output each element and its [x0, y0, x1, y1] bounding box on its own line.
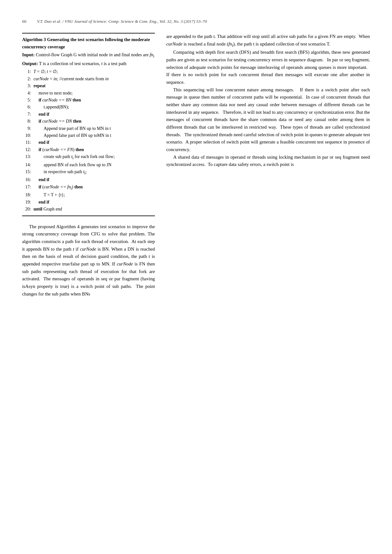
alg-line-10: 10: Append false part of BN up toMN in t: [22, 132, 155, 139]
page-header: 60 V.T. Dao et al. / VNU Journal of Scie…: [22, 19, 370, 24]
alg-line-1: 1: T = ∅; t = ∅;: [22, 68, 155, 75]
alg-line-19: 19: end if: [22, 199, 155, 206]
algorithm-box: Algorithm 3 Generating the test scenario…: [22, 33, 155, 216]
algorithm-input: Input: Control-flow Graph G with initial…: [22, 51, 155, 59]
alg-line-4: 4: move to next node;: [22, 90, 155, 97]
right-column: are appended to the path t. That additio…: [166, 33, 370, 298]
alg-line-13: 13: create sub path ti for each fork out…: [22, 153, 155, 161]
left-column: Algorithm 3 Generating the test scenario…: [22, 33, 155, 298]
left-body-text: The proposed Algorithm 4 generates test …: [22, 223, 155, 298]
alg-line-18: 18: T = T + {t};: [22, 192, 155, 198]
journal-info: V.T. Dao et al. / VNU Journal of Science…: [37, 19, 207, 24]
alg-line-2: 2: curNode = in; //current node starts f…: [22, 76, 155, 82]
output-text: T is a collection of test scenarios, t i…: [39, 61, 126, 66]
alg-line-14: 14: append BN of each fork flow up to JN: [22, 161, 155, 168]
algorithm-number: Algorithm 3: [22, 37, 46, 42]
right-para-2: Comparing with depth first search (DFS) …: [166, 49, 370, 86]
output-label: Output:: [22, 61, 38, 66]
alg-line-3: 3: repeat: [22, 82, 155, 89]
alg-line-7: 7: end if: [22, 111, 155, 118]
alg-line-5: 5: if curNode == BN then: [22, 97, 155, 104]
input-label: Input:: [22, 52, 35, 57]
alg-line-11: 11: end if: [22, 139, 155, 146]
main-columns: Algorithm 3 Generating the test scenario…: [22, 33, 370, 298]
alg-line-15: 15: in respective sub path ti;: [22, 168, 155, 176]
right-para-3: This sequencing will lose concurrent nat…: [166, 86, 370, 154]
right-body-text: are appended to the path t. That additio…: [166, 33, 370, 168]
alg-line-6: 6: t.append(BN);: [22, 104, 155, 111]
alg-line-17: 17: if (curNode == fni) then: [22, 184, 155, 192]
alg-line-8: 8: if curNode == DN then: [22, 118, 155, 125]
algorithm-title: Algorithm 3 Generating the test scenario…: [22, 36, 155, 51]
algorithm-steps: 1: T = ∅; t = ∅; 2: curNode = in; //curr…: [22, 68, 155, 213]
alg-line-16: 16: end if: [22, 176, 155, 183]
alg-line-20: 20: until Graph end: [22, 206, 155, 213]
right-para-4: A shared data of messages in operand or …: [166, 154, 370, 168]
alg-line-12: 12: if (curNode == FN) then: [22, 146, 155, 153]
right-para-1: are appended to the path t. That additio…: [166, 33, 370, 49]
input-text: Control-flow Graph G with initial node i…: [36, 52, 154, 57]
algorithm-output: Output: T is a collection of test scenar…: [22, 60, 155, 67]
page-number: 60: [22, 19, 27, 24]
page: 60 V.T. Dao et al. / VNU Journal of Scie…: [0, 0, 392, 554]
alg-line-9: 9: Append true part of BN up to MN in t: [22, 125, 155, 132]
